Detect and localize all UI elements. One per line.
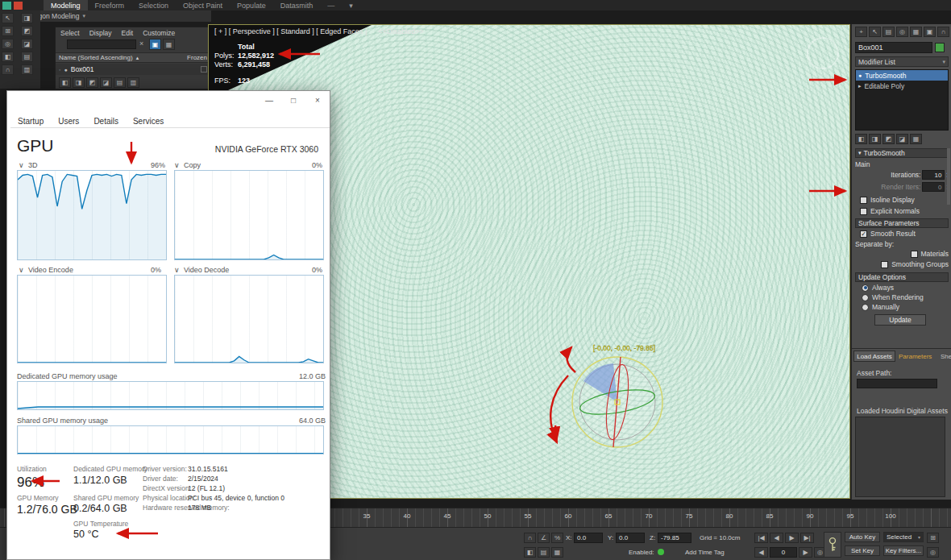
stack-item-turbosmooth[interactable]: ● TurboSmooth xyxy=(856,70,948,81)
timeline-tick-85[interactable]: 85 xyxy=(766,512,774,520)
explorer-filter3-icon[interactable]: ◩ xyxy=(86,77,98,88)
explorer-filter6-icon[interactable]: ▥ xyxy=(127,77,139,88)
move-tool-icon[interactable]: ⊞ xyxy=(2,26,14,36)
configure-modifier-sets-icon[interactable]: ▦ xyxy=(910,134,922,144)
explorer-filter5-icon[interactable]: ▤ xyxy=(114,77,126,88)
close-button[interactable]: × xyxy=(305,91,330,109)
timeline-tick-75[interactable]: 75 xyxy=(686,512,693,520)
make-unique-icon[interactable]: ◩ xyxy=(882,134,895,144)
align-tool-icon[interactable]: ◩ xyxy=(21,26,33,36)
curve-tool-icon[interactable]: ▤ xyxy=(21,52,33,62)
menu-select[interactable]: Select xyxy=(60,29,80,37)
set-keys-big-button[interactable] xyxy=(824,532,841,558)
viewport-header-label[interactable]: [ + ] [ Perspective ] [ Standard ] [ Edg… xyxy=(214,27,367,35)
workspace-dropdown-icon[interactable]: ▾ xyxy=(342,0,360,10)
visibility-bulb-icon[interactable]: ● xyxy=(858,73,862,78)
render-tool-icon[interactable]: ▥ xyxy=(21,64,33,75)
motion-tab-icon[interactable]: ◎ xyxy=(896,27,908,37)
utilities-tab-icon[interactable]: ▣ xyxy=(924,27,936,37)
asset-path-input[interactable] xyxy=(857,379,937,388)
ribbon-tab-modeling[interactable]: Modeling xyxy=(44,0,88,10)
load-assets-tab[interactable]: Load Assets xyxy=(853,351,895,362)
go-to-start-button[interactable]: |◀ xyxy=(754,533,768,543)
tab-details[interactable]: Details xyxy=(86,115,126,127)
app-icon-2[interactable] xyxy=(14,2,23,10)
previous-frame-button[interactable]: ◀ xyxy=(770,533,783,543)
ribbon-minimize-icon[interactable]: — xyxy=(320,0,342,10)
y-coord-field[interactable]: 0.0 xyxy=(616,533,645,543)
app-icon[interactable] xyxy=(2,2,11,10)
selection-lock-icon[interactable]: ◧ xyxy=(524,547,536,558)
ribbon-tab-selection[interactable]: Selection xyxy=(131,0,176,10)
percent-snap-icon[interactable]: % xyxy=(551,533,563,543)
turbosmooth-rollout-header[interactable]: ▾ TurboSmooth xyxy=(855,148,949,158)
manually-radio[interactable] xyxy=(862,304,869,311)
ribbon-panel-label[interactable]: Polygon Modeling ▾ xyxy=(20,10,211,22)
scale-tool-icon[interactable]: ◧ xyxy=(2,52,14,62)
smoothing-groups-checkbox[interactable] xyxy=(881,261,888,268)
iterations-field[interactable]: 10 xyxy=(922,170,945,180)
timeline-tick-40[interactable]: 40 xyxy=(404,512,411,520)
minimize-button[interactable]: — xyxy=(257,91,281,109)
timeline-tick-65[interactable]: 65 xyxy=(605,512,613,520)
keyboard-shortcut-icon[interactable]: ▦ xyxy=(551,547,563,558)
viewport-disabled-label[interactable]: <<Disabled>> xyxy=(378,27,423,35)
frame-forward-button[interactable]: ▶ xyxy=(799,547,812,558)
timeline-tick-50[interactable]: 50 xyxy=(484,512,492,520)
go-to-end-button[interactable]: ▶| xyxy=(800,533,814,543)
timeline-tick-35[interactable]: 35 xyxy=(363,512,371,520)
snap-tool-icon[interactable]: ∩ xyxy=(2,64,14,75)
scene-object-box001[interactable]: Box001 xyxy=(71,65,94,73)
pan-view-icon[interactable]: ⊞ xyxy=(927,533,939,543)
chart-3d-caret-icon[interactable]: ∨ xyxy=(19,161,24,169)
isoline-display-checkbox[interactable] xyxy=(860,197,867,204)
clear-search-icon[interactable]: × xyxy=(139,39,143,48)
ribbon-tab-object-paint[interactable]: Object Paint xyxy=(176,0,230,10)
show-end-result-icon[interactable]: ◨ xyxy=(869,134,881,144)
rotate-gizmo[interactable]: [-0.00, -0.00, -79.85] xyxy=(557,339,686,476)
timeline-tick-60[interactable]: 60 xyxy=(565,512,572,520)
parameters-tab[interactable]: Parameters xyxy=(899,353,932,360)
when-rendering-radio[interactable] xyxy=(862,294,869,301)
stack-item-editable-poly[interactable]: ▸ Editable Poly xyxy=(856,81,948,91)
pin-stack-icon[interactable]: ◧ xyxy=(855,134,867,144)
menu-display[interactable]: Display xyxy=(89,29,112,37)
select-tool-icon[interactable]: ↖ xyxy=(2,13,14,23)
filter-icon[interactable]: ▦ xyxy=(163,39,175,50)
enabled-status-light[interactable] xyxy=(658,549,664,555)
timeline-tick-95[interactable]: 95 xyxy=(847,512,854,520)
ribbon-tab-populate[interactable]: Populate xyxy=(230,0,273,10)
create-tab-icon[interactable]: + xyxy=(855,27,867,37)
tab-services[interactable]: Services xyxy=(126,115,171,127)
layer-tool-icon[interactable]: ◪ xyxy=(21,39,33,49)
update-button[interactable]: Update xyxy=(874,314,926,326)
hierarchy-tab-icon[interactable]: ▤ xyxy=(882,27,895,37)
key-filters-button[interactable]: Key Filters... xyxy=(883,545,924,556)
selected-dropdown[interactable]: Selected ▾ xyxy=(883,532,924,542)
orbit-view-icon[interactable]: ◎ xyxy=(927,547,939,558)
play-button[interactable]: ▶ xyxy=(785,533,799,543)
explorer-filter1-icon[interactable]: ◧ xyxy=(59,77,71,88)
mirror-tool-icon[interactable]: ◨ xyxy=(21,13,33,23)
timeline-tick-100[interactable]: 100 xyxy=(885,512,895,520)
angle-snap-icon[interactable]: ∠ xyxy=(538,533,550,543)
explorer-filter4-icon[interactable]: ◪ xyxy=(100,77,112,88)
auto-key-button[interactable]: Auto Key xyxy=(845,532,880,542)
rollout-scrollbar[interactable] xyxy=(947,148,950,205)
set-key-button[interactable]: Set Key xyxy=(845,545,880,556)
current-frame-field[interactable]: 0 xyxy=(770,547,797,558)
timeline-tick-55[interactable]: 55 xyxy=(525,512,532,520)
tab-users[interactable]: Users xyxy=(51,115,86,127)
z-coord-field[interactable]: -79.85 xyxy=(658,533,691,543)
timeline-tick-70[interactable]: 70 xyxy=(646,512,653,520)
expand-icon[interactable]: ◦ xyxy=(59,67,60,73)
explorer-filter2-icon[interactable]: ◨ xyxy=(73,77,85,88)
x-coord-field[interactable]: 0.0 xyxy=(574,533,603,543)
timeline-tick-80[interactable]: 80 xyxy=(726,512,733,520)
modify-tab-icon[interactable]: ↖ xyxy=(869,27,881,37)
pin-panel-icon[interactable]: ∩ xyxy=(937,27,949,37)
frozen-column-header[interactable]: Frozen xyxy=(187,54,207,61)
viewcube[interactable] xyxy=(807,37,839,69)
tab-startup[interactable]: Startup xyxy=(10,115,51,127)
object-color-swatch[interactable] xyxy=(935,43,945,52)
